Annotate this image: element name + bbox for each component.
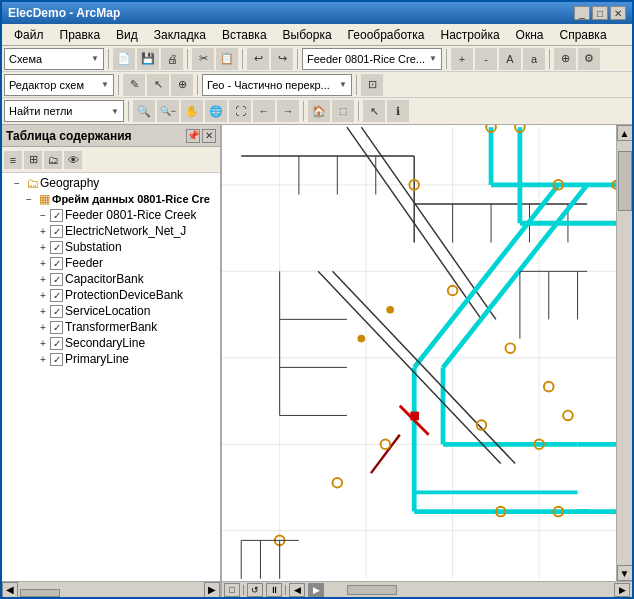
- add-data-icon[interactable]: ⊕: [554, 48, 576, 70]
- prev-button[interactable]: ◀: [289, 583, 305, 597]
- font-smaller-icon[interactable]: a: [523, 48, 545, 70]
- toc-drawing-order-icon[interactable]: ⊞: [24, 151, 42, 169]
- undo-icon[interactable]: ↩: [247, 48, 269, 70]
- tree-servicelocation[interactable]: + ✓ ServiceLocation: [2, 303, 220, 319]
- menu-windows[interactable]: Окна: [508, 26, 552, 44]
- map-zoom-out-icon[interactable]: 🔍−: [157, 100, 179, 122]
- select-arrow-icon[interactable]: ↖: [147, 74, 169, 96]
- expand-transformerbank-icon[interactable]: +: [36, 320, 50, 334]
- expand-feeder-icon[interactable]: +: [36, 256, 50, 270]
- checkbox-servicelocation[interactable]: ✓: [50, 305, 63, 318]
- refresh-icon[interactable]: ↺: [247, 583, 263, 597]
- expand-protectiondevicebank-icon[interactable]: +: [36, 288, 50, 302]
- new-doc-icon[interactable]: 📄: [113, 48, 135, 70]
- checkbox-substation[interactable]: ✓: [50, 241, 63, 254]
- expand-electricnetwork-icon[interactable]: +: [36, 224, 50, 238]
- add-vertex-icon[interactable]: ⊕: [171, 74, 193, 96]
- expand-capacitorbank-icon[interactable]: +: [36, 272, 50, 286]
- tree-feeder-creek[interactable]: − ✓ Feeder 0801-Rice Creek: [2, 207, 220, 223]
- checkbox-transformerbank[interactable]: ✓: [50, 321, 63, 334]
- map-tools-icon[interactable]: □: [224, 583, 240, 597]
- menu-file[interactable]: Файл: [6, 26, 52, 44]
- cut-icon[interactable]: ✂: [192, 48, 214, 70]
- menu-insert[interactable]: Вставка: [214, 26, 275, 44]
- tree-secondaryline[interactable]: + ✓ SecondaryLine: [2, 335, 220, 351]
- editor-dropdown[interactable]: Редактор схем ▼: [4, 74, 114, 96]
- scroll-h-thumb[interactable]: [347, 585, 397, 595]
- tree-transformerbank[interactable]: + ✓ TransformerBank: [2, 319, 220, 335]
- maximize-button[interactable]: □: [592, 6, 608, 20]
- scroll-v-thumb[interactable]: [618, 151, 632, 211]
- edit-pencil-icon[interactable]: ✎: [123, 74, 145, 96]
- menu-edit[interactable]: Правка: [52, 26, 109, 44]
- tree-geography[interactable]: − 🗂 Geography: [2, 175, 220, 191]
- checkbox-feeder[interactable]: ✓: [50, 257, 63, 270]
- toc-scroll-right-button[interactable]: ▶: [204, 582, 220, 598]
- expand-substation-icon[interactable]: +: [36, 240, 50, 254]
- print-icon[interactable]: 🖨: [161, 48, 183, 70]
- tree-frame[interactable]: − ▦ Фрейм данных 0801-Rice Cre: [2, 191, 220, 207]
- copy-icon[interactable]: 📋: [216, 48, 238, 70]
- checkbox-secondaryline[interactable]: ✓: [50, 337, 63, 350]
- toc-close-button[interactable]: ✕: [202, 129, 216, 143]
- settings-icon[interactable]: ⚙: [578, 48, 600, 70]
- toc-scroll-thumb[interactable]: [20, 589, 60, 597]
- toc-pin-button[interactable]: 📌: [186, 129, 200, 143]
- layer-icon[interactable]: ⬚: [332, 100, 354, 122]
- scroll-down-button[interactable]: ▼: [617, 565, 633, 581]
- font-larger-icon[interactable]: A: [499, 48, 521, 70]
- expand-primaryline-icon[interactable]: +: [36, 352, 50, 366]
- globe-icon[interactable]: 🌐: [205, 100, 227, 122]
- checkbox-protectiondevicebank[interactable]: ✓: [50, 289, 63, 302]
- menu-help[interactable]: Справка: [551, 26, 614, 44]
- close-button[interactable]: ✕: [610, 6, 626, 20]
- expand-servicelocation-icon[interactable]: +: [36, 304, 50, 318]
- tree-feeder[interactable]: + ✓ Feeder: [2, 255, 220, 271]
- checkbox-electricnetwork[interactable]: ✓: [50, 225, 63, 238]
- find-dropdown[interactable]: Найти петли ▼: [4, 100, 124, 122]
- map-zoom-in-icon[interactable]: 🔍: [133, 100, 155, 122]
- geo-dropdown[interactable]: Гео - Частично перекр... ▼: [202, 74, 352, 96]
- scroll-right-end-button[interactable]: ▶: [614, 583, 630, 597]
- bookmark-icon[interactable]: 🏠: [308, 100, 330, 122]
- tree-primaryline[interactable]: + ✓ PrimaryLine: [2, 351, 220, 367]
- toc-visibility-icon[interactable]: 👁: [64, 151, 82, 169]
- prev-extent-icon[interactable]: ←: [253, 100, 275, 122]
- zoom-out-icon[interactable]: -: [475, 48, 497, 70]
- checkbox-capacitorbank[interactable]: ✓: [50, 273, 63, 286]
- pause-icon[interactable]: ⏸: [266, 583, 282, 597]
- snap-icon[interactable]: ⊡: [361, 74, 383, 96]
- full-extent-icon[interactable]: ⛶: [229, 100, 251, 122]
- feeder-dropdown[interactable]: Feeder 0801-Rice Cre... ▼: [302, 48, 442, 70]
- scroll-up-button[interactable]: ▲: [617, 125, 633, 141]
- next-extent-icon[interactable]: →: [277, 100, 299, 122]
- expand-secondaryline-icon[interactable]: +: [36, 336, 50, 350]
- tree-substation[interactable]: + ✓ Substation: [2, 239, 220, 255]
- tree-electricnetwork[interactable]: + ✓ ElectricNetwork_Net_J: [2, 223, 220, 239]
- menu-geoprocessing[interactable]: Геообработка: [340, 26, 433, 44]
- expand-geography-icon[interactable]: −: [10, 176, 24, 190]
- info-icon[interactable]: ℹ: [387, 100, 409, 122]
- menu-bookmark[interactable]: Закладка: [146, 26, 214, 44]
- schema-dropdown[interactable]: Схема ▼: [4, 48, 104, 70]
- map-area[interactable]: [222, 125, 616, 581]
- redo-icon[interactable]: ↪: [271, 48, 293, 70]
- save-icon[interactable]: 💾: [137, 48, 159, 70]
- menu-settings[interactable]: Настройка: [433, 26, 508, 44]
- minimize-button[interactable]: _: [574, 6, 590, 20]
- tree-protectiondevicebank[interactable]: + ✓ ProtectionDeviceBank: [2, 287, 220, 303]
- expand-frame-icon[interactable]: −: [22, 192, 36, 206]
- menu-select[interactable]: Выборка: [275, 26, 340, 44]
- toc-scroll-left-button[interactable]: ◀: [2, 582, 18, 598]
- pan-icon[interactable]: ✋: [181, 100, 203, 122]
- select-tool-icon[interactable]: ↖: [363, 100, 385, 122]
- checkbox-primaryline[interactable]: ✓: [50, 353, 63, 366]
- checkbox-feeder-creek[interactable]: ✓: [50, 209, 63, 222]
- toc-list-view-icon[interactable]: ≡: [4, 151, 22, 169]
- tree-capacitorbank[interactable]: + ✓ CapacitorBank: [2, 271, 220, 287]
- menu-view[interactable]: Вид: [108, 26, 146, 44]
- expand-feeder-creek-icon[interactable]: −: [36, 208, 50, 222]
- play-button[interactable]: ▶: [308, 583, 324, 597]
- zoom-in-icon[interactable]: +: [451, 48, 473, 70]
- toc-source-icon[interactable]: 🗂: [44, 151, 62, 169]
